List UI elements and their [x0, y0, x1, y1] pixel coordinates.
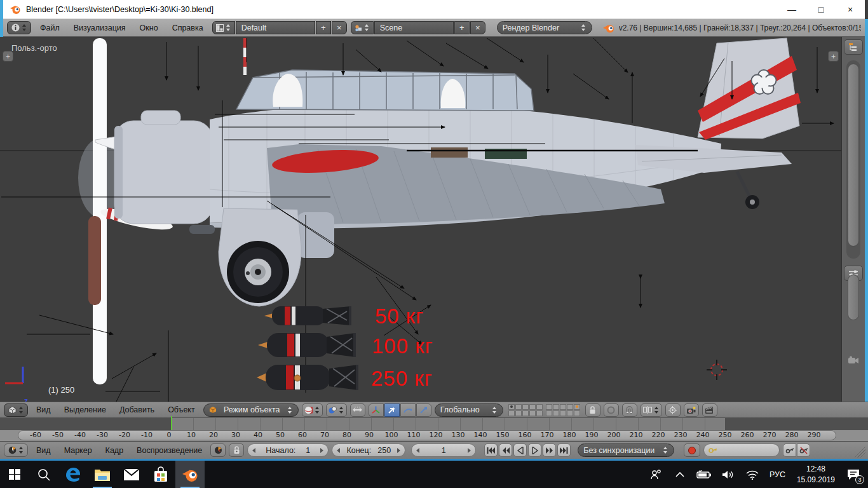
- scene-field[interactable]: Scene: [374, 21, 454, 34]
- render-engine-select[interactable]: Рендер Blender: [497, 21, 592, 34]
- taskbar-clock[interactable]: 12:48 15.09.2019: [792, 464, 840, 484]
- menu-help[interactable]: Справка: [167, 24, 208, 32]
- taskbar-mail-button[interactable]: [117, 461, 146, 488]
- increment-icon[interactable]: [397, 448, 400, 453]
- prev-key-icon: [502, 447, 510, 454]
- manipulator-scale-button[interactable]: [416, 403, 431, 417]
- translate-arrow-icon: [388, 406, 396, 414]
- play-reverse-button[interactable]: [513, 444, 527, 457]
- transform-orientation-select[interactable]: Глобально: [435, 403, 503, 417]
- battery-icon[interactable]: [693, 461, 715, 488]
- outliner-scrollbar-thumb[interactable]: [848, 64, 859, 247]
- snap-element-select[interactable]: [641, 403, 662, 417]
- volume-icon[interactable]: [717, 461, 739, 488]
- editor-type-3dview-button[interactable]: [4, 403, 28, 417]
- sync-mode-select[interactable]: Без синхронизации: [578, 444, 674, 457]
- menu-object[interactable]: Объект: [163, 405, 200, 414]
- taskbar-explorer-button[interactable]: [88, 461, 117, 488]
- menu-window[interactable]: Окно: [135, 24, 163, 32]
- start-frame-field[interactable]: Начало: 1: [247, 444, 329, 457]
- start-button[interactable]: [0, 461, 29, 488]
- action-center-icon[interactable]: 3: [843, 461, 864, 488]
- outliner-header-button[interactable]: [844, 39, 863, 55]
- taskbar-edge-button[interactable]: [58, 461, 88, 488]
- scene-close-button[interactable]: ×: [470, 21, 485, 34]
- jump-to-start-button[interactable]: [484, 444, 498, 457]
- maximize-button[interactable]: □: [806, 0, 836, 18]
- decrement-icon[interactable]: [416, 448, 419, 453]
- key-icon: [709, 447, 717, 454]
- keying-set-field[interactable]: [703, 444, 780, 457]
- menu-tl-playback[interactable]: Воспроизведение: [132, 446, 207, 455]
- editor-type-info-button[interactable]: [7, 21, 31, 34]
- end-frame-field[interactable]: Конец: 250: [332, 444, 405, 457]
- properties-scrollbar-thumb[interactable]: [848, 274, 859, 320]
- mode-select[interactable]: Режим объекта: [203, 403, 299, 417]
- viewport-shading-select[interactable]: [302, 403, 323, 417]
- close-button[interactable]: ×: [836, 0, 865, 18]
- taskbar-blender-button[interactable]: [175, 461, 205, 488]
- lock-to-scene-button[interactable]: [585, 403, 600, 417]
- language-indicator[interactable]: РУС: [766, 470, 789, 479]
- taskbar-search-button[interactable]: [29, 461, 58, 488]
- opengl-render-anim-button[interactable]: [702, 403, 717, 417]
- wifi-icon[interactable]: [742, 461, 763, 488]
- manipulator-rotate-button[interactable]: [400, 403, 416, 417]
- scene-add-button[interactable]: +: [454, 21, 470, 34]
- menu-tl-view[interactable]: Вид: [31, 446, 56, 455]
- current-frame-field[interactable]: 1: [411, 444, 476, 457]
- tray-expand-chevron-icon[interactable]: [669, 461, 691, 488]
- frame-info-label: (1) 250: [48, 385, 74, 395]
- pivot-point-select[interactable]: [326, 403, 347, 417]
- scene-icon-button[interactable]: [351, 21, 374, 34]
- area-resize-grip[interactable]: [851, 444, 865, 458]
- chevron-updown-icon: [226, 24, 231, 32]
- increment-icon[interactable]: [468, 448, 471, 453]
- decrement-icon[interactable]: [337, 448, 340, 453]
- editor-type-timeline-button[interactable]: [4, 444, 28, 457]
- screen-layout-icon-button[interactable]: [212, 21, 235, 34]
- snap-target-button[interactable]: [665, 403, 681, 417]
- increment-icon[interactable]: [320, 448, 323, 453]
- menu-tl-marker[interactable]: Маркер: [59, 446, 97, 455]
- menu-select[interactable]: Выделение: [59, 405, 111, 414]
- lock-frame-button[interactable]: [229, 444, 244, 457]
- bomb-250kg: [257, 365, 358, 390]
- opengl-render-image-button[interactable]: [684, 403, 699, 417]
- next-keyframe-button[interactable]: [543, 444, 556, 457]
- minimize-button[interactable]: —: [777, 0, 806, 18]
- chevron-updown-icon: [663, 446, 668, 454]
- menu-file[interactable]: Файл: [35, 24, 65, 32]
- properties-camera-icon[interactable]: [848, 356, 859, 365]
- delete-keyframe-button[interactable]: [797, 444, 810, 457]
- properties-expand-button[interactable]: +: [828, 51, 839, 62]
- screen-layout-close-button[interactable]: ×: [332, 21, 347, 34]
- toolshelf-expand-button[interactable]: +: [3, 51, 13, 62]
- proportional-edit-button[interactable]: [604, 403, 619, 417]
- screen-layout-field[interactable]: Default: [236, 21, 315, 34]
- menu-add[interactable]: Добавить: [114, 405, 159, 414]
- manipulator-translate-button[interactable]: [384, 403, 400, 417]
- play-button[interactable]: [528, 444, 541, 457]
- preview-range-button[interactable]: [210, 444, 226, 457]
- menu-view[interactable]: Вид: [31, 405, 56, 414]
- screen-layout-add-button[interactable]: +: [316, 21, 331, 34]
- menu-tl-frame[interactable]: Кадр: [100, 446, 128, 455]
- jump-to-end-button[interactable]: [557, 444, 571, 457]
- blender-logo-icon: [602, 23, 615, 33]
- manipulator-toggle-button[interactable]: [350, 403, 365, 417]
- snap-increment-icon: [643, 406, 652, 414]
- snap-target-icon: [668, 406, 677, 414]
- decrement-icon[interactable]: [252, 448, 255, 453]
- prev-keyframe-button[interactable]: [499, 444, 512, 457]
- current-frame-playhead[interactable]: [171, 416, 172, 430]
- manipulator-axis-button[interactable]: [369, 403, 384, 417]
- menu-render[interactable]: Визуализация: [69, 24, 131, 32]
- snap-toggle-button[interactable]: [622, 403, 637, 417]
- insert-keyframe-button[interactable]: [783, 444, 796, 457]
- taskbar-store-button[interactable]: [146, 461, 175, 488]
- auto-keyframe-button[interactable]: [684, 444, 700, 457]
- chevron-updown-icon: [315, 406, 320, 414]
- layers-widget[interactable]: [508, 404, 580, 416]
- people-icon[interactable]: [645, 461, 667, 488]
